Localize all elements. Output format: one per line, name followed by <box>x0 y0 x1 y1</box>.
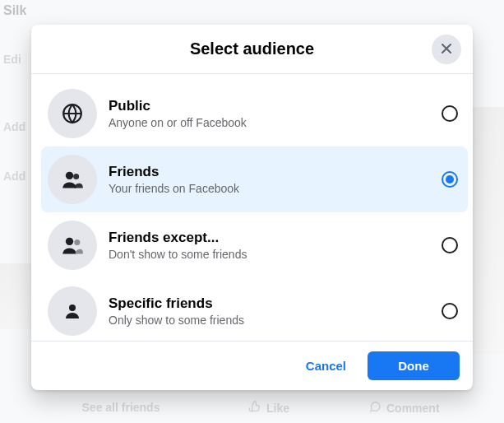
modal-footer: Cancel Done <box>31 341 473 390</box>
close-icon <box>438 40 455 59</box>
option-specific-friends[interactable]: Specific friends Only show to some frien… <box>41 278 468 341</box>
option-desc: Only show to some friends <box>109 314 430 327</box>
globe-icon <box>48 89 97 138</box>
cancel-button[interactable]: Cancel <box>291 351 361 380</box>
option-desc: Your friends on Facebook <box>109 182 430 195</box>
radio-friends[interactable] <box>442 171 458 188</box>
option-text: Specific friends Only show to some frien… <box>109 295 430 327</box>
friends-except-icon <box>48 221 97 270</box>
option-text: Public Anyone on or off Facebook <box>109 98 430 129</box>
options-list[interactable]: Public Anyone on or off Facebook Friends… <box>31 74 473 341</box>
option-public[interactable]: Public Anyone on or off Facebook <box>41 81 468 146</box>
svg-point-3 <box>66 172 73 179</box>
option-desc: Don't show to some friends <box>109 248 430 261</box>
radio-specific[interactable] <box>442 303 458 319</box>
option-friends[interactable]: Friends Your friends on Facebook <box>41 146 468 212</box>
modal-header: Select audience <box>31 25 473 74</box>
modal-title: Select audience <box>190 40 314 58</box>
friends-icon <box>48 155 97 204</box>
select-audience-modal: Select audience Public Anyone on or off … <box>31 25 473 390</box>
option-title: Specific friends <box>109 295 430 312</box>
radio-public[interactable] <box>442 105 458 122</box>
option-title: Public <box>109 98 430 114</box>
svg-point-4 <box>73 174 79 179</box>
option-text: Friends Your friends on Facebook <box>109 164 430 195</box>
svg-point-7 <box>69 304 76 311</box>
option-title: Friends <box>109 164 430 180</box>
close-button[interactable] <box>432 35 461 64</box>
done-button[interactable]: Done <box>368 351 460 380</box>
radio-friends-except[interactable] <box>442 237 458 253</box>
svg-point-5 <box>66 238 73 245</box>
option-desc: Anyone on or off Facebook <box>109 116 430 129</box>
option-friends-except[interactable]: Friends except... Don't show to some fri… <box>41 212 468 278</box>
option-title: Friends except... <box>109 230 430 246</box>
option-text: Friends except... Don't show to some fri… <box>109 230 430 261</box>
person-icon <box>48 286 97 336</box>
svg-point-6 <box>74 239 80 245</box>
